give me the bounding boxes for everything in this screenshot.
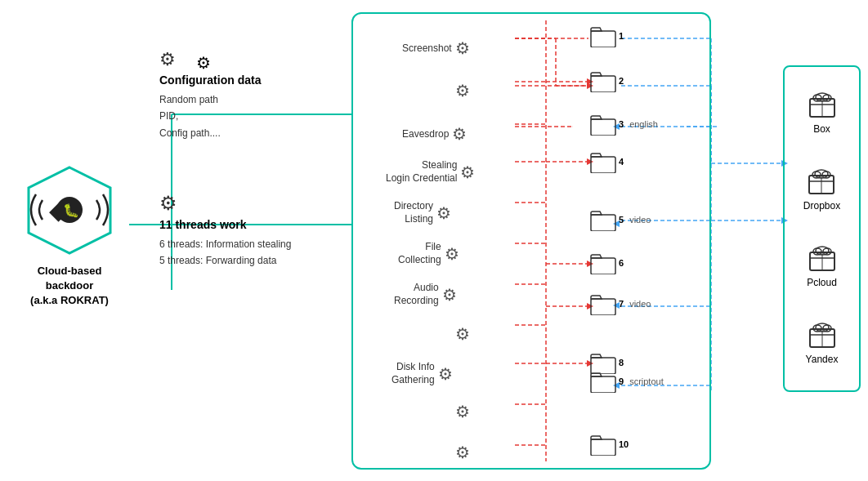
folder-3-num: 3 xyxy=(619,119,624,129)
service-yandex: Yandex xyxy=(806,323,839,365)
diagram-container: ◆ 🐛 🐛 Cloud-based backdoor (a.k.a ROKRAT… xyxy=(0,0,868,481)
folder-2-num: 2 xyxy=(619,76,624,86)
folder-1: 1 xyxy=(590,24,624,47)
folder-8-num: 8 xyxy=(619,358,624,367)
folder-5-icon xyxy=(590,208,616,231)
svg-text:🐛: 🐛 xyxy=(63,203,79,218)
stealing-label: StealingLogin Credential xyxy=(386,159,457,185)
svg-rect-60 xyxy=(591,157,615,173)
thread11-gear: ⚙ xyxy=(455,443,470,462)
hexagon-svg: ◆ 🐛 🐛 xyxy=(25,163,114,261)
eavesdrop-gear: ⚙ xyxy=(452,124,467,144)
file-thread: FileCollecting ⚙ xyxy=(398,241,459,266)
file-gear: ⚙ xyxy=(445,244,459,264)
thread11: ⚙ xyxy=(455,443,470,462)
directory-thread: DirectoryListing ⚙ xyxy=(394,200,451,225)
folder-10-icon xyxy=(590,433,616,456)
folder-10: 10 xyxy=(590,433,629,456)
dropbox-label: Dropbox xyxy=(803,200,840,212)
disk-label: Disk InfoGathering xyxy=(391,361,435,386)
folder-5-label: video xyxy=(629,215,651,225)
thread8: ⚙ xyxy=(455,324,470,344)
stealing-thread: StealingLogin Credential ⚙ xyxy=(386,159,475,185)
disk-thread: Disk InfoGathering ⚙ xyxy=(391,361,453,386)
threads-title: 11 threads work xyxy=(159,218,291,231)
eavesdrop-label: Eavesdrop xyxy=(402,128,449,140)
backdoor-section: ◆ 🐛 🐛 Cloud-based backdoor (a.k.a ROKRAT… xyxy=(25,163,114,309)
yandex-service-icon xyxy=(806,323,839,351)
folder-7-num: 7 xyxy=(619,299,624,309)
folder-3-label: english xyxy=(629,119,658,129)
thread10-gear: ⚙ xyxy=(455,402,470,421)
yandex-label: Yandex xyxy=(806,354,839,365)
screenshot-gear: ⚙ xyxy=(455,38,470,58)
config-details: Random pathPID,Config path.... xyxy=(159,91,261,141)
service-box: Box xyxy=(806,92,839,135)
file-label: FileCollecting xyxy=(398,241,441,266)
thread8-gear: ⚙ xyxy=(455,324,470,344)
folder-9: 9 scriptout xyxy=(590,370,664,393)
threads-details: 6 threads: Information stealing5 threads… xyxy=(159,236,291,269)
backdoor-label: Cloud-based backdoor (a.k.a ROKRAT) xyxy=(25,264,114,309)
folder-10-num: 10 xyxy=(619,439,629,449)
folder-5-num: 5 xyxy=(619,215,624,225)
eavesdrop-thread: Eavesdrop ⚙ xyxy=(402,124,467,144)
box-service-icon xyxy=(806,92,839,121)
config-top-gear: ⚙ xyxy=(196,53,211,73)
thread10: ⚙ xyxy=(455,402,470,421)
folder-7-icon xyxy=(590,292,616,315)
folder-3: 3 english xyxy=(590,113,658,136)
screenshot-label: Screenshot xyxy=(402,42,452,54)
folder-6: 6 xyxy=(590,252,624,274)
folder-9-num: 9 xyxy=(619,376,624,386)
backdoor-label-line2: (a.k.a ROKRAT) xyxy=(30,294,109,306)
svg-rect-61 xyxy=(591,215,615,231)
stealing-gear: ⚙ xyxy=(460,163,475,182)
folder-6-num: 6 xyxy=(619,258,624,268)
folder-7-label: video xyxy=(629,299,651,309)
folder-1-num: 1 xyxy=(619,31,624,41)
svg-rect-57 xyxy=(591,31,615,47)
audio-gear: ⚙ xyxy=(442,285,457,305)
svg-rect-66 xyxy=(591,439,615,456)
box-label: Box xyxy=(813,123,830,135)
thread2-gear: ⚙ xyxy=(455,81,470,100)
pcloud-service-icon xyxy=(806,246,839,274)
folder-7: 7 video xyxy=(590,292,651,315)
audio-thread: AudioRecording ⚙ xyxy=(394,282,457,307)
service-dropbox: Dropbox xyxy=(803,169,840,212)
folder-9-label: scriptout xyxy=(629,376,664,386)
backdoor-label-line1: Cloud-based backdoor xyxy=(38,265,102,292)
svg-rect-65 xyxy=(591,376,615,393)
svg-rect-59 xyxy=(591,119,615,136)
folder-2-icon xyxy=(590,69,616,92)
svg-rect-58 xyxy=(591,76,615,92)
folder-4-num: 4 xyxy=(619,157,624,167)
folder-5: 5 video xyxy=(590,208,651,231)
folder-1-icon xyxy=(590,24,616,47)
audio-label: AudioRecording xyxy=(394,282,439,307)
config-title: Configuration data xyxy=(159,73,261,87)
screenshot-thread: Screenshot ⚙ xyxy=(402,38,470,58)
service-pcloud: Pcloud xyxy=(806,246,839,288)
folder-6-icon xyxy=(590,252,616,274)
threads-icon: ⚙ xyxy=(159,192,291,215)
services-box: Box Dropbox Pcloud xyxy=(783,65,861,392)
folder-3-icon xyxy=(590,113,616,136)
pcloud-label: Pcloud xyxy=(807,277,837,288)
disk-gear: ⚙ xyxy=(438,364,453,384)
directory-label: DirectoryListing xyxy=(394,200,433,225)
directory-gear: ⚙ xyxy=(436,203,451,223)
folder-4: 4 xyxy=(590,150,624,173)
main-box: Screenshot ⚙ ⚙ Eavesdrop ⚙ StealingLogin… xyxy=(351,12,711,470)
folder-2: 2 xyxy=(590,69,624,92)
dropbox-service-icon xyxy=(805,169,838,198)
folder-9-icon xyxy=(590,370,616,393)
svg-rect-63 xyxy=(591,299,615,315)
threads-section: ⚙ 11 threads work 6 threads: Information… xyxy=(159,192,291,269)
svg-rect-62 xyxy=(591,258,615,274)
folder-4-icon xyxy=(590,150,616,173)
thread2: ⚙ xyxy=(455,81,470,100)
